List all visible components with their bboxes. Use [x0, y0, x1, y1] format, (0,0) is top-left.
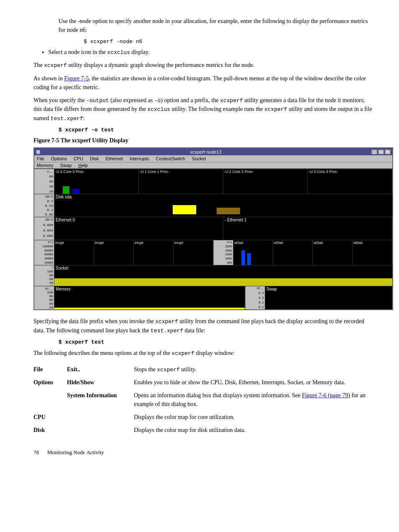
menu-disk[interactable]: Disk	[90, 156, 99, 161]
swap-panel: Swap	[265, 286, 392, 309]
interrupt-row: #/s 160000 80000 60000 40000 20000 irrup…	[34, 240, 392, 265]
menu-ethernet[interactable]: Ethernet	[105, 156, 123, 161]
window-menubar-2: Memory Swap Help	[34, 162, 392, 169]
menu-file[interactable]: File	[37, 156, 44, 161]
para6: The following describes the menu options…	[33, 349, 374, 358]
intro-indent-block: Use the -node option to specify another …	[59, 17, 374, 45]
cpu-yaxis: x__ 80 60 40 20	[34, 169, 54, 194]
int-panel-1: irrupt	[94, 240, 134, 265]
menu-socket[interactable]: Socket	[192, 156, 206, 161]
footer-page-number: 78	[33, 449, 39, 456]
cpu-panel-0-title: -U 0 Core 0 Proc-	[55, 170, 85, 174]
code2: $ xcxperf -o test	[59, 127, 374, 133]
ctx-label-3: xtSwi	[353, 241, 363, 245]
menu-options[interactable]: Options	[51, 156, 67, 161]
para3: As shown in Figure 7-5, the statistics a…	[33, 74, 374, 92]
close-btn[interactable]: ✕	[385, 149, 391, 154]
menu-item-exit: Exit..	[67, 363, 134, 376]
window-titlebar: ▩ xcxperf node13 _ ▭ ✕	[34, 148, 392, 155]
table-row-options: Options Hide/Show Enables you to hide or…	[33, 376, 374, 389]
int-label-0: irrupt	[55, 241, 64, 245]
maximize-btn[interactable]: ▭	[378, 149, 384, 154]
xcxperf-window: ▩ xcxperf node13 _ ▭ ✕ File Options CPU …	[33, 147, 393, 310]
cpu-panel-1-title: -U 1 Core 1 Proc-	[140, 170, 169, 174]
socket-label: Socket	[56, 266, 69, 270]
menu-desc-sysinfo: Opens an information dialog box that dis…	[134, 389, 374, 411]
ctx-panel-0: xtSwi	[233, 240, 273, 265]
menu-cat-sysinfo	[33, 389, 67, 411]
int-yaxis-right: #/s 2500 2000 1500 1000 500	[213, 240, 233, 265]
swap-label: Swap	[266, 287, 277, 291]
table-row-disk: Disk Displays the color map for disk uti…	[33, 424, 374, 437]
disk-yaxis: 1B/s 0.2 0.15 0.1 0.05	[34, 194, 54, 217]
memory-yaxis-right: Ut._ 0.4 0.3 0.2 0.1	[245, 286, 265, 309]
para5: Specifying the data file prefix when you…	[33, 317, 374, 335]
eth-panel-1: - Ethernet 1	[223, 217, 392, 240]
menu-cat-cpu: CPU	[33, 411, 67, 424]
eth-label-1: - Ethernet 1	[225, 218, 246, 222]
table-row-sysinfo: System Information Opens an information …	[33, 389, 374, 411]
ctx-panel-2: xtSwi	[313, 240, 353, 265]
cpu-panel-0: -U 0 Core 0 Proc-	[54, 169, 139, 194]
ctx-label-2: xtSwi	[314, 241, 323, 245]
disk-row: 1B/s 0.2 0.15 0.1 0.05 Disk sda	[34, 194, 392, 217]
menu-item-disk	[67, 424, 134, 437]
socket-yaxis: * 100 80 60 40 20	[34, 265, 54, 286]
figure-link-75[interactable]: Figure 7-5	[64, 75, 89, 82]
ctx-panel-3: xtSwi	[353, 240, 392, 265]
menu-contextswitch[interactable]: ContextSwitch	[156, 156, 185, 161]
cpu-panel-2-title: -U 2 Core 2 Proc-	[224, 170, 254, 174]
ctx-label-1: xtSwi	[274, 241, 283, 245]
menu-desc-disk: Displays the color map for disk utilizat…	[134, 424, 374, 437]
eth-label-0: Ethernet 0	[56, 218, 75, 222]
memory-label: Memory	[56, 287, 71, 291]
figure-label: Figure 7-5 The xcxperf Utility Display	[33, 137, 374, 144]
disk-label: Disk sda	[56, 195, 72, 199]
window-title: xcxperf node13	[190, 149, 221, 154]
xcxclus-code: xcxclus	[107, 49, 130, 56]
memory-panel: Memory	[54, 286, 245, 309]
int-label-1: irrupt	[95, 241, 104, 245]
menu-swap[interactable]: Swap	[60, 163, 72, 168]
menu-cat-file: File	[33, 363, 67, 376]
ethernet-row: 1B/s 0.006 0.004 0.002 Ethernet 0 - Ethe…	[34, 217, 392, 240]
cpu-row: x__ 80 60 40 20 -U 0 Core 0 Proc- -U 1 C…	[34, 169, 392, 194]
menu-options-table: File Exit.. Stops the xcxperf utility. O…	[33, 363, 374, 437]
cpu-panel-2: -U 2 Core 2 Proc-	[223, 169, 308, 194]
window-menubar-1: File Options CPU Disk Ethernet Interrupt…	[34, 155, 392, 162]
cpu-panels: -U 0 Core 0 Proc- -U 1 Core 1 Proc- -U 2…	[54, 169, 392, 194]
table-row-cpu: CPU Displays the color map for core util…	[33, 411, 374, 424]
menu-memory[interactable]: Memory	[37, 163, 54, 168]
eth-yaxis: 1B/s 0.006 0.004 0.002	[34, 217, 54, 240]
menu-item-hideshow: Hide/Show	[67, 376, 134, 389]
code3: $ xcxperf test	[59, 339, 374, 345]
figure-link-76[interactable]: Figure 7-6 (page 79)	[302, 392, 350, 398]
eth-panels: Ethernet 0 - Ethernet 1	[54, 217, 392, 240]
int-panels: irrupt irrupt irrupt irrupt #/s 2500 200…	[54, 240, 392, 265]
menu-item-cpu	[67, 411, 134, 424]
titlebar-buttons: _ ▭ ✕	[371, 149, 391, 154]
int-label-3: irrupt	[174, 241, 183, 245]
eth-panel-0: Ethernet 0	[54, 217, 223, 240]
minimize-btn[interactable]: _	[371, 149, 377, 154]
bullet-text-1: Select a node icon in the xcxclus displa…	[49, 49, 150, 57]
ctx-panel-1: xtSwi	[273, 240, 313, 265]
menu-cat-options: Options	[33, 376, 67, 389]
socket-row: * 100 80 60 40 20 Socket	[34, 265, 392, 286]
menu-interrupts[interactable]: Interrupts	[130, 156, 149, 161]
menu-cpu[interactable]: CPU	[74, 156, 83, 161]
mem-panels: Memory Ut._ 0.4 0.3 0.2 0.1 Swap	[54, 286, 392, 309]
graph-content: x__ 80 60 40 20 -U 0 Core 0 Proc- -U 1 C…	[34, 169, 392, 309]
int-label-2: irrupt	[135, 241, 143, 245]
menu-desc-cpu: Displays the color map for core utilizat…	[134, 411, 374, 424]
page-footer: 78 Monitoring Node Activity	[33, 449, 374, 456]
intro-para1: Use the -node option to specify another …	[59, 17, 374, 34]
memory-yaxis-left: Ut._ 100 80 60 40 20	[34, 286, 54, 309]
ctx-label-0: xtSwi	[234, 241, 243, 245]
footer-text: Monitoring Node Activity	[47, 449, 104, 456]
cpu-panel-3-title: -U 3 Core 3 Proc-	[309, 170, 338, 174]
table-row-file: File Exit.. Stops the xcxperf utility.	[33, 363, 374, 376]
int-panel-0: irrupt	[54, 240, 94, 265]
bullet-item-1: • Select a node icon in the xcxclus disp…	[42, 49, 374, 57]
menu-help[interactable]: Help	[78, 163, 88, 168]
